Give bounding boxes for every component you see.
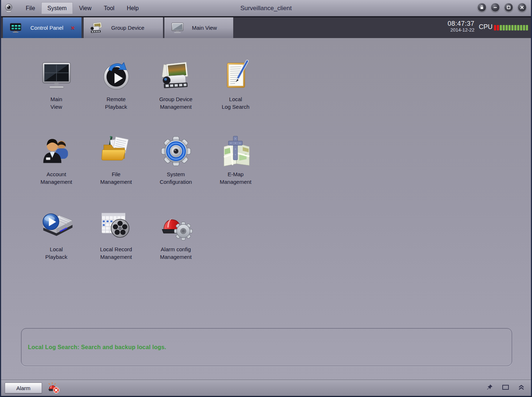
cpu-segment (514, 25, 516, 30)
tab-control-panel-icon (9, 22, 24, 34)
cpu-segment (500, 25, 502, 30)
launcher-alarm-config-management[interactable]: Alarm configManagement (146, 207, 206, 282)
system-configuration-icon (158, 134, 194, 168)
cpu-segment (497, 25, 499, 30)
menu-system[interactable]: System (41, 2, 73, 14)
close-button[interactable] (518, 3, 527, 12)
launcher-file-management[interactable]: FileManagement (86, 132, 146, 207)
minimize-button[interactable] (491, 3, 500, 12)
menu-help[interactable]: Help (121, 2, 145, 14)
launcher-label: Alarm configManagement (160, 245, 192, 261)
launcher-grid: MainView RemotePlayback (26, 57, 265, 282)
cpu-segment (517, 25, 519, 30)
local-record-management-icon (99, 209, 134, 243)
menubar: File System View Tool Help Surveillance_… (1, 0, 531, 16)
cpu-label: CPU (479, 23, 493, 31)
webcam-app-icon (4, 3, 13, 13)
cpu-segment (526, 25, 528, 30)
cpu-segment (511, 25, 514, 30)
cpu-meter (494, 25, 528, 30)
clock: 08:47:37 2014-12-22 (448, 20, 474, 33)
description-text: Local Log Search: Search and backup loca… (28, 344, 166, 351)
statusbar-right-controls (486, 384, 524, 390)
launcher-system-configuration[interactable]: SystemConfiguration (146, 132, 206, 207)
alarm-button[interactable]: Alarm (5, 382, 42, 393)
launcher-label: MainView (50, 95, 62, 111)
tab-main-view[interactable]: Main View (164, 17, 233, 38)
cpu-segment (508, 25, 511, 30)
remote-playback-icon (99, 59, 134, 92)
file-management-icon (99, 134, 134, 168)
cpu-segment (520, 25, 522, 30)
group-device-management-icon (158, 59, 194, 92)
launcher-account-management[interactable]: AccountManagement (26, 132, 86, 207)
launcher-label: AccountManagement (41, 170, 72, 186)
window-controls (477, 3, 527, 12)
launcher-group-device-management[interactable]: Group DeviceManagement (146, 57, 206, 132)
alarm-config-management-icon (158, 209, 194, 243)
cpu-segment (506, 25, 508, 30)
control-panel-content: MainView RemotePlayback (1, 38, 531, 380)
local-playback-icon (39, 209, 74, 243)
tab-label: Control Panel (30, 25, 63, 31)
alarm-disabled-icon[interactable] (47, 382, 60, 394)
launcher-e-map-management[interactable]: E-MapManagement (206, 132, 265, 207)
launcher-main-view[interactable]: MainView (26, 57, 86, 132)
tab-group-device-icon (90, 22, 105, 34)
tab-close-icon[interactable]: ✕ (71, 25, 75, 31)
statusbar: Alarm (1, 380, 531, 396)
tab-control-panel[interactable]: Control Panel ✕ (3, 17, 81, 38)
collapse-icon[interactable] (518, 384, 524, 390)
launcher-local-record-management[interactable]: Local RecordManagement (86, 207, 146, 282)
menu-tool[interactable]: Tool (98, 2, 121, 14)
menu-view[interactable]: View (73, 2, 97, 14)
e-map-management-icon (218, 134, 254, 168)
cpu-segment (523, 25, 525, 30)
description-box: Local Log Search: Search and backup loca… (21, 328, 512, 366)
local-log-search-icon (218, 59, 254, 92)
lock-button[interactable] (477, 3, 486, 12)
cpu-segment (503, 25, 505, 30)
account-management-icon (39, 134, 74, 168)
launcher-label: SystemConfiguration (160, 170, 192, 186)
clock-time: 08:47:37 (448, 20, 474, 28)
launcher-label: LocalLog Search (222, 95, 250, 111)
launcher-local-playback[interactable]: LocalPlayback (26, 207, 86, 282)
cpu-segment (494, 25, 496, 30)
window-icon[interactable] (502, 384, 509, 390)
launcher-label: Group DeviceManagement (159, 95, 193, 111)
pin-icon[interactable] (486, 384, 493, 390)
launcher-label: LocalPlayback (45, 245, 67, 261)
clock-date: 2014-12-22 (448, 27, 474, 33)
launcher-label: RemotePlayback (105, 95, 127, 111)
launcher-label: FileManagement (100, 170, 132, 186)
tab-main-view-icon (171, 22, 185, 34)
menu-bar-items: File System View Tool Help (20, 0, 145, 16)
launcher-local-log-search[interactable]: LocalLog Search (206, 57, 265, 132)
launcher-label: Local RecordManagement (100, 245, 132, 261)
menu-file[interactable]: File (20, 2, 41, 14)
tab-label: Main View (192, 25, 217, 31)
maximize-button[interactable] (504, 3, 513, 12)
tab-label: Group Device (111, 25, 144, 31)
launcher-remote-playback[interactable]: RemotePlayback (86, 57, 146, 132)
tabbar: Control Panel ✕ Group Device (1, 16, 531, 38)
surveillance-client-window: File System View Tool Help Surveillance_… (0, 0, 532, 397)
main-view-icon (39, 59, 74, 92)
tab-group-device[interactable]: Group Device (84, 17, 163, 38)
launcher-label: E-MapManagement (220, 170, 252, 186)
